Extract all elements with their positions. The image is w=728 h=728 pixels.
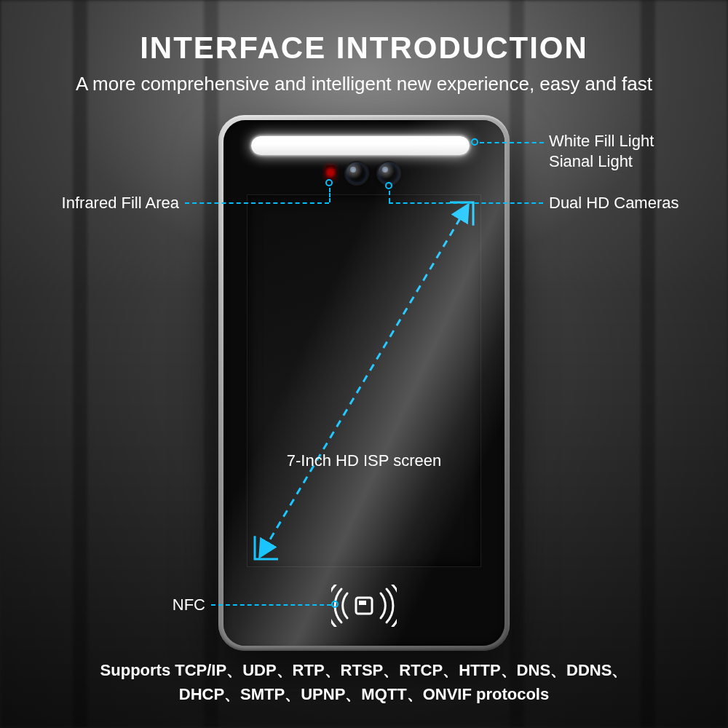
callout-nfc: NFC <box>173 595 205 615</box>
camera-right <box>378 162 400 184</box>
callout-ir: Infrared Fill Area <box>62 193 179 213</box>
nfc-icon <box>223 585 505 627</box>
screen-size-label: 7-Inch HD ISP screen <box>248 451 480 470</box>
device-frame: 7-Inch HD ISP screen <box>218 115 510 651</box>
protocols-text: Supports TCP/IP、UDP、RTP、RTSP、RTCP、HTTP、D… <box>0 658 728 706</box>
callout-dot-nfc <box>331 601 339 608</box>
protocols-line2: DHCP、SMTP、UPNP、MQTT、ONVIF protocols <box>0 682 728 706</box>
svg-rect-1 <box>356 598 372 614</box>
callout-fill-light-line1: White Fill Light <box>549 131 654 151</box>
callout-line-cameras <box>389 202 543 204</box>
protocols-line1: Supports TCP/IP、UDP、RTP、RTSP、RTCP、HTTP、D… <box>0 658 728 682</box>
callout-dot-ir <box>325 179 333 186</box>
callout-dot-cameras <box>385 182 392 189</box>
callout-fill-light-line2: Sianal Light <box>549 151 654 172</box>
callout-cameras: Dual HD Cameras <box>549 193 679 213</box>
callout-vline-cameras <box>389 191 390 202</box>
callout-vline-ir <box>329 188 331 202</box>
fill-light-bar <box>251 136 470 155</box>
svg-line-0 <box>264 211 464 550</box>
callout-line-nfc <box>211 604 331 606</box>
callout-line-fill-light <box>480 142 544 143</box>
page-subtitle: A more comprehensive and intelligent new… <box>0 73 728 95</box>
page-title: INTERFACE INTRODUCTION <box>0 31 728 66</box>
device-glass: 7-Inch HD ISP screen <box>223 120 505 646</box>
screen-diagonal-arrow-icon <box>248 195 480 566</box>
callout-line-ir <box>185 202 329 204</box>
callout-fill-light: White Fill Light Sianal Light <box>549 131 654 171</box>
svg-rect-2 <box>359 601 366 605</box>
infrared-led <box>325 165 336 180</box>
device-screen: 7-Inch HD ISP screen <box>247 194 481 567</box>
camera-left <box>346 162 368 184</box>
callout-dot-fill-light <box>471 138 478 146</box>
